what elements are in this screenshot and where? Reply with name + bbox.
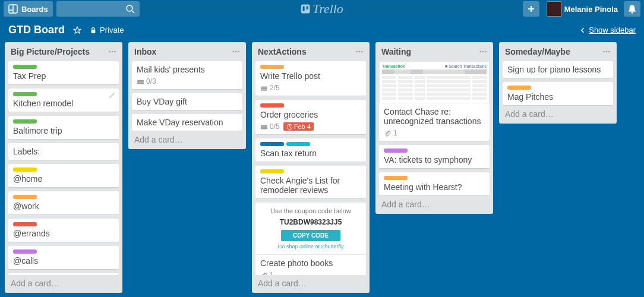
list-header: Someday/Maybe: [503, 46, 613, 61]
list-menu-icon[interactable]: [355, 48, 364, 56]
boards-button[interactable]: Boards: [4, 1, 53, 17]
list-menu-icon[interactable]: [479, 48, 487, 56]
header-right: Melanie Pinola: [523, 1, 640, 17]
card[interactable]: Make VDay reservation: [132, 114, 242, 131]
show-sidebar-label: Show sidebar: [589, 26, 636, 34]
svg-rect-39: [263, 128, 267, 128]
card-cover: Use the coupon code belowTU2BDW98323JJ5C…: [255, 203, 366, 255]
list-header: Big Picture/Projects: [8, 46, 119, 61]
card-labels: [260, 103, 361, 108]
svg-point-10: [632, 12, 633, 13]
label-orange: [507, 86, 531, 90]
svg-point-26: [359, 51, 360, 52]
card[interactable]: @errands: [8, 219, 119, 242]
add-card-button[interactable]: Add a card…: [379, 196, 490, 210]
card-title: @work: [13, 201, 114, 211]
app-header: Boards Trello Melanie Pinola: [0, 0, 644, 18]
card-labels: [13, 222, 114, 226]
svg-rect-33: [263, 89, 267, 90]
svg-point-14: [112, 51, 113, 52]
card-title: Make VDay reservation: [137, 118, 238, 127]
notifications-button[interactable]: [624, 1, 640, 17]
app-logo[interactable]: Trello: [301, 1, 343, 17]
card[interactable]: Order groceries0/5Feb 4: [255, 100, 366, 135]
card[interactable]: VA: tickets to symphony: [379, 145, 490, 169]
plus-icon: [526, 4, 536, 14]
card[interactable]: @home: [8, 164, 119, 188]
add-card-button[interactable]: Add a card…: [8, 275, 119, 289]
list-title[interactable]: Big Picture/Projects: [11, 47, 90, 56]
attachment-badge: 1: [260, 271, 274, 275]
svg-rect-32: [263, 88, 267, 89]
label-yellow: [260, 169, 284, 173]
card-badges: 0/3: [137, 77, 238, 86]
card[interactable]: !urgent: [8, 273, 119, 275]
label-yellow: [13, 168, 37, 172]
svg-point-15: [114, 51, 115, 52]
list-title[interactable]: NextActions: [258, 47, 307, 56]
card-labels: [13, 249, 114, 254]
card-title: Buy VDay gift: [137, 97, 238, 106]
card[interactable]: @calls: [8, 246, 119, 270]
boards-label: Boards: [21, 5, 48, 14]
checklist-badge: 0/3: [137, 77, 156, 86]
lock-icon: [90, 27, 97, 34]
checklist-icon: [137, 78, 144, 86]
card-labels: [260, 65, 361, 69]
card[interactable]: Baltimore trip: [8, 116, 119, 140]
list-title[interactable]: Waiting: [381, 47, 411, 56]
search-input[interactable]: [56, 1, 140, 17]
card-title: Create photo books: [260, 258, 361, 268]
list: NextActionsWrite Trello post2/5Order gro…: [252, 42, 370, 293]
svg-rect-24: [140, 83, 144, 83]
svg-rect-31: [263, 87, 267, 87]
card[interactable]: Transaction■ Search TransactionsContact …: [379, 61, 490, 141]
add-button[interactable]: [523, 1, 539, 17]
card[interactable]: Tax Prep: [8, 61, 119, 85]
list-menu-icon[interactable]: [602, 48, 611, 56]
card[interactable]: @work: [8, 191, 119, 215]
svg-point-46: [608, 51, 610, 52]
svg-point-44: [603, 51, 604, 52]
list-title[interactable]: Someday/Maybe: [505, 47, 570, 56]
add-card-button[interactable]: Add a card…: [132, 131, 242, 146]
card-title: Order groceries: [260, 110, 361, 119]
svg-point-17: [235, 51, 236, 52]
visibility-label: Private: [100, 26, 124, 34]
list: Big Picture/ProjectsTax PrepKitchen remo…: [5, 42, 122, 293]
list: InboxMail kids' presents0/3Buy VDay gift…: [128, 42, 246, 149]
card[interactable]: Kitchen remodel: [8, 89, 119, 112]
svg-rect-30: [261, 89, 263, 90]
card[interactable]: Check Angie's List for remodeler reviews: [255, 166, 366, 199]
card[interactable]: Mag Pitches: [503, 82, 613, 106]
due-date-badge: Feb 4: [283, 122, 314, 131]
cover-link: Go shop online at Shutterfly: [277, 244, 343, 249]
list-title[interactable]: Inbox: [134, 47, 156, 56]
trello-logo-icon: [301, 4, 310, 14]
card[interactable]: Buy VDay gift: [132, 93, 242, 110]
svg-rect-6: [302, 6, 305, 11]
card[interactable]: Meeting with Hearst?: [379, 172, 490, 196]
card-title: Contact Chase re: unrecognized transacti…: [384, 107, 485, 126]
list-menu-icon[interactable]: [108, 48, 116, 56]
card-badges: 2/5: [260, 84, 361, 92]
card-title: VA: tickets to symphony: [384, 155, 485, 165]
list-menu-icon[interactable]: [232, 48, 240, 56]
card[interactable]: Use the coupon code belowTU2BDW98323JJ5C…: [255, 203, 366, 275]
add-card-button[interactable]: Add a card…: [503, 106, 613, 120]
board-title[interactable]: GTD Board: [8, 24, 65, 36]
visibility-toggle[interactable]: Private: [90, 26, 124, 34]
list-header: NextActions: [255, 46, 366, 61]
user-menu[interactable]: Melanie Pinola: [543, 1, 624, 17]
card[interactable]: Sign up for piano lessons: [503, 61, 613, 78]
card-labels: [384, 148, 485, 153]
paperclip-icon: [384, 129, 392, 137]
star-icon[interactable]: [73, 26, 81, 34]
add-card-button[interactable]: Add a card…: [255, 275, 366, 289]
card[interactable]: Mail kids' presents0/3: [132, 61, 242, 90]
card[interactable]: Write Trello post2/5: [255, 61, 366, 96]
card[interactable]: Labels:: [8, 143, 119, 160]
pencil-icon[interactable]: [108, 91, 116, 99]
show-sidebar-button[interactable]: Show sidebar: [579, 26, 636, 34]
card[interactable]: Scan tax return: [255, 138, 366, 162]
